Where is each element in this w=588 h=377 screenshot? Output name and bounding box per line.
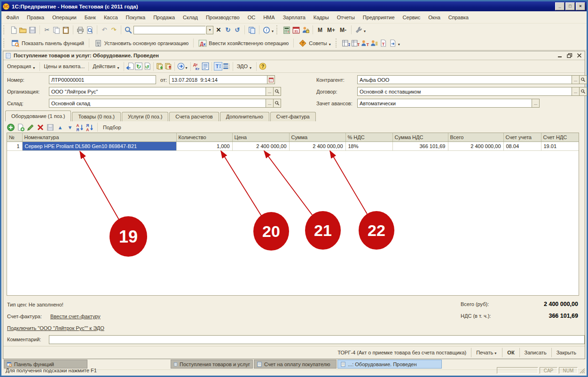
column-price[interactable]: Цена	[232, 133, 289, 142]
document-list-icon[interactable]	[201, 62, 210, 71]
close-button[interactable]: ×	[576, 2, 585, 10]
cell-quantity[interactable]: 1,000	[176, 142, 232, 151]
cell-number[interactable]: 1	[7, 142, 22, 151]
menu-item-production[interactable]: Производство	[206, 15, 240, 20]
table-row[interactable]: 1 Сервер HPE Proliant DL580 Gen10 869847…	[7, 142, 579, 151]
prices-currency-button[interactable]: Цены и валюта...	[42, 61, 86, 71]
menu-item-nma[interactable]: НМА	[263, 15, 274, 20]
column-quantity[interactable]: Количество	[176, 133, 232, 142]
column-nomenclature[interactable]: Номенклатура	[22, 133, 176, 142]
print-preview-icon[interactable]	[86, 26, 94, 34]
tab-invoice[interactable]: Счет-фактура	[270, 112, 316, 121]
unpost-document-icon[interactable]	[164, 62, 172, 71]
menu-item-edit[interactable]: Правка	[27, 15, 44, 20]
table-settings-icon[interactable]: Т	[351, 39, 360, 47]
totals-table-icon[interactable]: Σ	[342, 39, 350, 47]
contractor-select-button[interactable]: ...	[572, 75, 580, 84]
doc-minimize-button[interactable]	[557, 53, 563, 58]
menu-item-sales[interactable]: Продажа	[153, 15, 175, 20]
toolbar-dropdown-caret[interactable]: ▾	[398, 42, 400, 47]
redo-icon[interactable]: ↷	[110, 26, 118, 34]
reread-icon[interactable]	[126, 62, 134, 71]
menu-item-reports[interactable]: Отчеты	[337, 15, 355, 20]
search-dropdown-button[interactable]: ▾	[206, 26, 213, 34]
close-document-button[interactable]: Закрыть	[551, 348, 581, 357]
menu-item-personnel[interactable]: Кадры	[314, 15, 329, 20]
go-to-icon[interactable]	[177, 62, 185, 71]
ok-button[interactable]: ОК	[502, 348, 519, 357]
tab-additional[interactable]: Дополнительно	[220, 112, 269, 121]
copy-document-icon[interactable]: ↺	[143, 62, 151, 71]
print-menu-button[interactable]: Печать ▾	[471, 348, 502, 357]
actions-menu-button[interactable]: Действия▾	[91, 61, 122, 71]
cell-vat-account[interactable]: 19.01	[541, 142, 579, 151]
wrench-dropdown-caret[interactable]: ▾	[364, 29, 366, 33]
date-picker-button[interactable]	[267, 75, 275, 84]
column-vat-sum[interactable]: Сумма НДС	[392, 133, 448, 142]
info-dropdown-caret[interactable]: ▾	[272, 29, 274, 33]
menu-item-salary[interactable]: Зарплата	[283, 15, 306, 20]
advance-offset-select-button[interactable]: ...	[532, 99, 540, 108]
set-main-organization-button[interactable]: Установить основную организацию	[92, 38, 191, 48]
menu-item-service[interactable]: Сервис	[403, 15, 421, 20]
warehouse-field[interactable]	[49, 99, 266, 108]
contractor-field[interactable]	[357, 75, 572, 84]
cell-vat-percent[interactable]: 18%	[345, 142, 392, 151]
cut-icon[interactable]: ✂	[43, 26, 51, 34]
contract-field[interactable]	[357, 87, 572, 96]
column-number[interactable]: №	[7, 133, 22, 142]
memory-subtract-button[interactable]: M-	[338, 27, 348, 33]
menu-item-file[interactable]: Файл	[6, 15, 19, 20]
refresh-icon[interactable]: ↻	[134, 62, 143, 71]
cell-sum[interactable]: 2 400 000,00	[289, 142, 345, 151]
menu-item-operations[interactable]: Операции	[52, 15, 76, 20]
advance-offset-field[interactable]	[357, 99, 532, 108]
cell-nomenclature[interactable]: Сервер HPE Proliant DL580 Gen10 869847-B…	[22, 142, 176, 151]
filter-settings-icon[interactable]: Т	[214, 62, 222, 71]
search-input[interactable]	[133, 26, 205, 34]
organization-select-button[interactable]: ...	[266, 87, 274, 96]
info-icon[interactable]: i	[262, 26, 271, 34]
find-previous-icon[interactable]: ↺	[233, 26, 242, 34]
column-vat-percent[interactable]: % НДС	[345, 133, 392, 142]
exchange-settings-icon[interactable]	[389, 39, 397, 47]
operation-menu-button[interactable]: Операция▾	[5, 61, 38, 71]
new-document-icon[interactable]	[9, 26, 18, 34]
menu-item-bank[interactable]: Банк	[85, 15, 96, 20]
copy-row-icon[interactable]	[16, 123, 25, 132]
save-icon[interactable]	[28, 26, 37, 34]
cell-account[interactable]: 08.04	[503, 142, 541, 151]
user-list-icon[interactable]	[370, 39, 378, 47]
help-icon[interactable]: ?	[259, 62, 267, 71]
calculator-icon[interactable]	[282, 26, 291, 34]
delete-row-icon[interactable]	[36, 123, 45, 132]
comment-field[interactable]	[49, 335, 585, 344]
search-icon[interactable]	[124, 26, 133, 34]
move-down-icon[interactable]: ▼	[66, 123, 74, 132]
column-vat-account[interactable]: Счет НДС	[541, 133, 579, 142]
doc-close-button[interactable]	[577, 53, 582, 58]
date-field[interactable]	[169, 75, 267, 84]
enter-invoice-link[interactable]: Ввести счет-фактуру	[50, 314, 101, 319]
toolbar-grip[interactable]	[336, 39, 339, 47]
tab-settlement-accounts[interactable]: Счета расчетов	[169, 112, 219, 121]
resize-grip[interactable]	[579, 368, 585, 374]
minimize-button[interactable]: _	[555, 2, 564, 10]
paste-icon[interactable]	[62, 26, 70, 34]
cell-price[interactable]: 2 400 000,00	[232, 142, 289, 151]
selection-button[interactable]: Подбор	[101, 125, 123, 130]
calendar-icon[interactable]: 31	[292, 26, 300, 34]
menu-item-enterprise[interactable]: Предприятие	[363, 15, 395, 20]
print-icon[interactable]	[76, 26, 85, 34]
memory-recall-button[interactable]: M	[316, 27, 324, 33]
toolbar-grip[interactable]	[3, 39, 7, 47]
menu-item-windows[interactable]: Окна	[428, 15, 440, 20]
torg4-button[interactable]: ТОРГ-4 (Акт о приемке товара без счета п…	[333, 348, 471, 357]
sort-ascending-icon[interactable]: АЯ	[76, 123, 84, 132]
doc-restore-button[interactable]	[567, 53, 572, 58]
sort-descending-icon[interactable]: ЯА	[86, 123, 94, 132]
warehouse-open-button[interactable]	[273, 99, 281, 108]
organization-open-button[interactable]	[273, 87, 281, 96]
menu-item-warehouse[interactable]: Склад	[183, 15, 198, 20]
user-settings-icon[interactable]: Т	[361, 39, 369, 47]
